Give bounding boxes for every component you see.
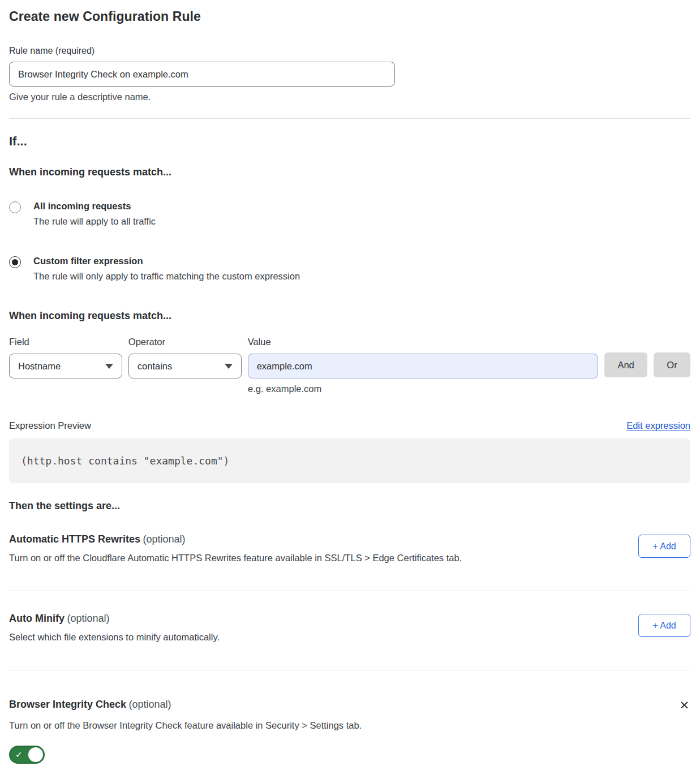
rule-name-help: Give your rule a descriptive name. [9, 92, 690, 102]
setting-description: Turn on or off the Browser Integrity Che… [9, 720, 690, 731]
chevron-down-icon [225, 364, 233, 369]
operator-select[interactable]: contains [128, 354, 242, 378]
radio-button-icon[interactable] [9, 201, 21, 213]
radio-option-all-incoming-requests[interactable]: All incoming requests The rule will appl… [9, 201, 690, 227]
checkmark-icon: ✓ [15, 750, 23, 760]
field-select[interactable]: Hostname [9, 354, 122, 378]
chevron-down-icon [105, 364, 113, 369]
radio-option-description: The rule will only apply to traffic matc… [33, 271, 300, 282]
expression-builder: When incoming requests match... Field Ho… [9, 310, 690, 394]
close-icon[interactable]: ✕ [678, 699, 690, 713]
setting-optional-tag: (optional) [67, 613, 109, 624]
operator-select-value: contains [138, 361, 172, 372]
setting-automatic-https-rewrites: Automatic HTTPS Rewrites (optional) Turn… [9, 533, 690, 563]
value-label: Value [248, 337, 598, 347]
match-subheading: When incoming requests match... [9, 166, 690, 178]
radio-option-description: The rule will apply to all traffic [33, 216, 156, 227]
radio-option-label: Custom filter expression [33, 256, 143, 266]
edit-expression-link[interactable]: Edit expression [626, 420, 690, 431]
setting-title: Browser Integrity Check [9, 699, 126, 710]
setting-title: Automatic HTTPS Rewrites [9, 533, 140, 545]
value-help-text: e.g. example.com [248, 384, 690, 394]
setting-browser-integrity-check: Browser Integrity Check (optional) ✕ Tur… [9, 699, 690, 766]
and-button[interactable]: And [604, 352, 647, 377]
setting-divider [9, 591, 690, 591]
operator-label: Operator [128, 337, 242, 347]
rule-name-input[interactable] [9, 62, 395, 87]
builder-subheading: When incoming requests match... [9, 310, 690, 322]
radio-option-label: All incoming requests [33, 201, 131, 211]
setting-title: Auto Minify [9, 613, 65, 624]
or-button[interactable]: Or [654, 352, 690, 377]
setting-optional-tag: (optional) [129, 699, 171, 710]
field-label: Field [9, 337, 122, 347]
radio-button-icon[interactable] [9, 256, 21, 268]
setting-description: Turn on or off the Cloudflare Automatic … [9, 553, 462, 563]
radio-option-custom-filter-expression[interactable]: Custom filter expression The rule will o… [9, 256, 690, 282]
add-auto-minify-button[interactable]: + Add [638, 614, 690, 637]
then-settings-heading: Then the settings are... [9, 500, 690, 512]
section-divider [9, 118, 690, 119]
expression-preview-code: (http.host contains "example.com") [9, 438, 690, 483]
setting-optional-tag: (optional) [143, 533, 186, 545]
toggle-knob[interactable] [28, 747, 43, 762]
setting-divider [9, 670, 690, 670]
rule-name-label: Rule name (required) [9, 46, 690, 56]
add-automatic-https-rewrites-button[interactable]: + Add [638, 535, 690, 558]
if-heading: If... [9, 134, 690, 149]
browser-integrity-check-toggle[interactable]: ✓ [9, 746, 45, 764]
setting-description: Select which file extensions to minify a… [9, 632, 220, 643]
value-input[interactable] [248, 354, 598, 378]
create-configuration-rule-form: Create new Configuration Rule Rule name … [0, 0, 700, 777]
expression-preview-label: Expression Preview [9, 420, 91, 431]
page-title: Create new Configuration Rule [9, 9, 690, 24]
setting-auto-minify: Auto Minify (optional) Select which file… [9, 613, 690, 643]
field-select-value: Hostname [18, 361, 61, 372]
